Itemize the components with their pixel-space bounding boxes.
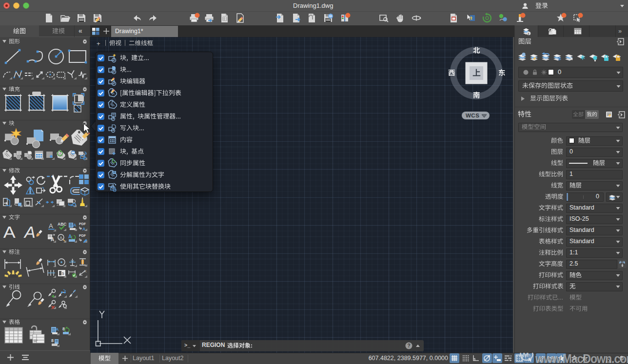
svg-text:ABC: ABC: [58, 222, 66, 227]
svg-text:8: 8: [51, 338, 54, 343]
svg-text:A: A: [56, 327, 59, 332]
svg-text:A: A: [73, 223, 77, 228]
svg-text:?: ?: [408, 343, 411, 348]
svg-text:A: A: [59, 235, 62, 240]
svg-text:PDF: PDF: [79, 222, 86, 226]
svg-text:A: A: [49, 222, 53, 230]
svg-text:X: X: [84, 269, 87, 273]
svg-text:i: i: [528, 32, 529, 36]
svg-text:PDF: PDF: [79, 234, 86, 237]
